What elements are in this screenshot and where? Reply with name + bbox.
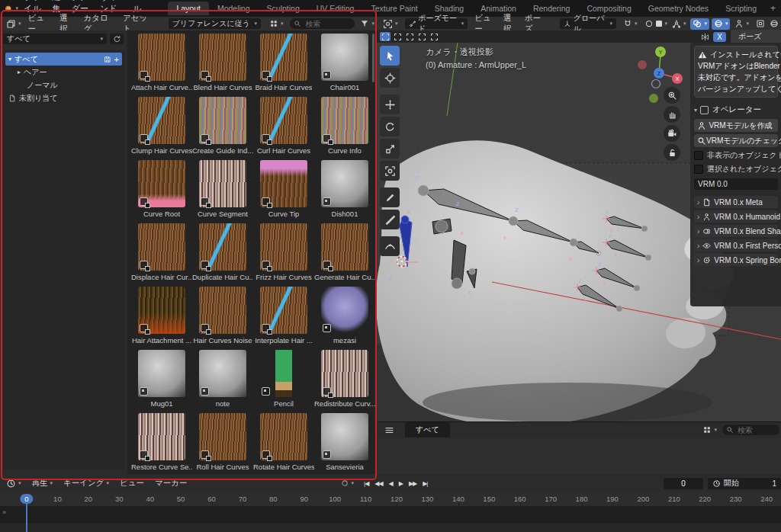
- frame-tick-label[interactable]: 20: [85, 495, 93, 503]
- timeline-track-area[interactable]: [0, 507, 781, 523]
- timeline-track-strip[interactable]: [0, 523, 781, 532]
- select-box-tool-button[interactable]: [380, 46, 400, 66]
- frame-tick-label[interactable]: 210: [668, 495, 680, 503]
- add-workspace-button[interactable]: +: [765, 3, 781, 14]
- frame-tick-label[interactable]: 150: [483, 495, 495, 503]
- checkbox[interactable]: [694, 165, 703, 174]
- timeline-expand-chevron[interactable]: »: [2, 508, 6, 516]
- timeline-menu-item[interactable]: ビュー: [114, 476, 149, 490]
- add-catalog-button[interactable]: +: [114, 55, 119, 64]
- jump-to-start-button[interactable]: |◀: [361, 479, 371, 489]
- display-settings-popover[interactable]: ▾: [267, 18, 286, 30]
- workspace-tab[interactable]: Sculpting: [259, 2, 308, 15]
- select-mode-subtract-button[interactable]: [404, 32, 415, 41]
- transform-tool-button[interactable]: [380, 161, 400, 181]
- filter-popover[interactable]: ▾: [358, 18, 377, 30]
- frame-tick-label[interactable]: 230: [730, 495, 742, 503]
- workspace-tab[interactable]: Modeling: [209, 2, 259, 15]
- shelf-display-popover[interactable]: ▾: [700, 425, 719, 436]
- start-frame-field[interactable]: 開始 1: [708, 478, 781, 489]
- select-mode-extend-button[interactable]: [392, 32, 403, 41]
- frame-tick-label[interactable]: 30: [115, 495, 124, 503]
- catalog-row[interactable]: ▸ヘアー: [5, 66, 122, 79]
- asset-item[interactable]: Curve Root: [131, 160, 192, 223]
- frame-tick-label[interactable]: 10: [53, 495, 62, 503]
- timeline-menu-item[interactable]: 再生▾: [27, 476, 59, 490]
- play-button[interactable]: ▶: [396, 479, 406, 489]
- workspace-tab[interactable]: Geometry Nodes: [640, 2, 717, 15]
- editor-type-asset-browser-icon[interactable]: ▾: [4, 18, 24, 30]
- asset-item[interactable]: mezasi: [314, 287, 375, 350]
- workspace-tab[interactable]: Texture Paint: [362, 2, 426, 15]
- transform-orientation-dropdown[interactable]: グローバル▾: [560, 18, 616, 29]
- frame-tick-label[interactable]: 70: [239, 495, 247, 503]
- vrm-checkbox-row[interactable]: 非表示のオブジェクトも含め: [694, 149, 778, 162]
- asset-item[interactable]: Roll Hair Curves: [192, 413, 253, 476]
- next-keyframe-button[interactable]: ▶▶: [406, 479, 419, 489]
- current-frame-field[interactable]: 0: [664, 478, 703, 489]
- frame-tick-label[interactable]: 140: [452, 495, 464, 503]
- frame-tick-label[interactable]: 130: [422, 495, 434, 503]
- asset-item[interactable]: Create Guide Ind...: [192, 97, 253, 160]
- move-tool-button[interactable]: [380, 95, 400, 114]
- asset-item[interactable]: note: [192, 350, 253, 413]
- shelf-tab-all[interactable]: すべて: [405, 422, 450, 437]
- asset-item[interactable]: Curl Hair Curves: [253, 97, 314, 160]
- scale-tool-button[interactable]: [380, 139, 400, 159]
- asset-item[interactable]: Hair Attachment ...: [131, 287, 192, 350]
- show-overlays-button[interactable]: ▾: [690, 18, 709, 30]
- vrm-meta-section[interactable]: ›VRM 0.x Meta: [694, 196, 778, 208]
- vrm-humanoid-section[interactable]: ›VRM 0.x Humanoid: [694, 210, 778, 223]
- asset-item[interactable]: Attach Hair Curve...: [131, 34, 192, 97]
- frame-tick-label[interactable]: 220: [699, 495, 711, 503]
- frame-tick-label[interactable]: 160: [514, 495, 526, 503]
- vrm-springbone-section[interactable]: ›VRM 0.x Spring Bone: [694, 254, 778, 266]
- show-gizmo-button[interactable]: ▾: [670, 18, 689, 30]
- proportional-editing-button[interactable]: ▾: [642, 18, 670, 30]
- frame-tick-label[interactable]: 200: [637, 495, 649, 503]
- asset-item[interactable]: Pencil: [253, 350, 314, 413]
- jump-to-end-button[interactable]: ▶|: [419, 479, 430, 489]
- cursor-tool-button[interactable]: [380, 68, 400, 88]
- asset-library-dropdown[interactable]: すべて▾: [3, 34, 107, 44]
- timeline-ruler[interactable]: 0102030405060708090100110120130140150160…: [0, 492, 781, 507]
- asset-item[interactable]: Rotate Hair Curves: [253, 413, 314, 476]
- editor-type-timeline-icon[interactable]: ▾: [4, 478, 24, 489]
- frame-tick-label[interactable]: 120: [390, 495, 403, 503]
- frame-tick-label[interactable]: 100: [329, 495, 341, 503]
- asset-item[interactable]: Chair001: [314, 34, 375, 97]
- auto-keying-toggle[interactable]: ▾: [338, 478, 357, 489]
- asset-item[interactable]: Interpolate Hair ...: [253, 287, 314, 350]
- import-method-dropdown[interactable]: プリファレンスに従う▾: [169, 18, 261, 29]
- asset-item[interactable]: Blend Hair Curves: [192, 34, 253, 97]
- select-mode-intersect-button[interactable]: [429, 32, 439, 41]
- select-mode-invert-button[interactable]: [416, 32, 427, 41]
- rotate-tool-button[interactable]: [380, 117, 400, 136]
- asset-item[interactable]: Braid Hair Curves: [253, 34, 314, 97]
- asset-grid-scrollbar[interactable]: [372, 34, 374, 82]
- prev-keyframe-button[interactable]: ◀◀: [371, 479, 385, 489]
- lock-view-button[interactable]: [664, 144, 680, 161]
- checkbox[interactable]: [694, 151, 703, 160]
- asset-item[interactable]: Sansevieria: [314, 413, 375, 476]
- vrm-version-field[interactable]: VRM 0.0: [694, 178, 778, 190]
- workspace-tab[interactable]: Layout: [168, 2, 209, 15]
- asset-item[interactable]: Dish001: [314, 160, 375, 223]
- frame-tick-label[interactable]: 60: [207, 495, 216, 503]
- playhead[interactable]: [26, 503, 27, 532]
- editor-type-3d-viewport-icon[interactable]: ▾: [381, 18, 400, 30]
- shading-solid-button[interactable]: [754, 18, 767, 30]
- zoom-view-button[interactable]: [664, 87, 680, 104]
- pose-tool-button[interactable]: [380, 236, 400, 256]
- catalog-row[interactable]: ノーマル: [5, 79, 122, 91]
- camera-view-button[interactable]: [664, 125, 680, 142]
- frame-tick-label[interactable]: 40: [146, 495, 154, 503]
- blender-logo-icon[interactable]: [5, 3, 12, 14]
- operator-panel-header[interactable]: ▾ オペレーター: [694, 104, 778, 115]
- workspace-tab[interactable]: UV Editing: [308, 2, 363, 15]
- catalog-row[interactable]: 未割り当て: [5, 91, 122, 104]
- vrm-checkbox-row[interactable]: 選択されたオブジェクトのみ: [694, 163, 778, 175]
- asset-item[interactable]: Curve Info: [314, 97, 375, 160]
- asset-item[interactable]: Mug01: [131, 350, 192, 413]
- frame-tick-label[interactable]: 50: [177, 495, 185, 503]
